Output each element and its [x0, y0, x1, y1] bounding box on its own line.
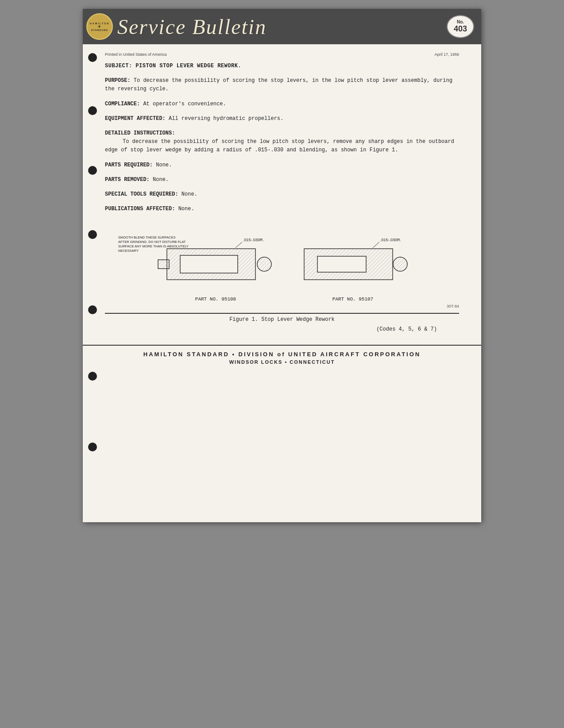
divider-line — [105, 313, 459, 314]
detailed-instructions-label: DETAILED INSTRUCTIONS: — [105, 129, 459, 138]
subject-section: SUBJECT: PISTON STOP LEVER WEDGE REWORK. — [105, 62, 459, 70]
bulletin-number-box: No. 403 — [447, 15, 474, 38]
purpose-text: To decrease the possibility of scoring t… — [105, 77, 452, 92]
svg-point-10 — [393, 257, 407, 271]
compliance-text: At operator's convenience. — [143, 101, 226, 107]
hamilton-standard-logo: HAMILTON ✈ STANDARD — [86, 13, 113, 40]
document-page: HAMILTON ✈ STANDARD Service Bulletin No.… — [83, 9, 481, 522]
service-bulletin-title: Service Bulletin — [117, 15, 267, 39]
annotation-line1: SMOOTH BLEND THESE SURFACES — [118, 235, 196, 240]
equipment-label: EQUIPMENT AFFECTED: — [105, 116, 166, 122]
svg-text:.015-.030R.: .015-.030R. — [243, 238, 264, 242]
annotation-line4: NECESSARY — [118, 249, 196, 253]
part-95108-label: PART NO. 95108 — [195, 297, 236, 302]
annotation-line2: AFTER GRINDING. DO NOT DISTURB FLAT — [118, 240, 196, 244]
special-tools-label: SPECIAL TOOLS REQUIRED: — [105, 191, 178, 197]
no-label: No. — [454, 19, 467, 24]
annotation-line3: SURFACE ANY MORE THAN IS ABSOLUTELY — [118, 244, 196, 249]
bullet-dot-7 — [88, 443, 97, 451]
svg-line-5 — [236, 242, 242, 248]
annotation-text: SMOOTH BLEND THESE SURFACES AFTER GRINDI… — [118, 235, 196, 253]
svg-text:.015-.030R.: .015-.030R. — [380, 238, 401, 242]
logo-icon: ✈ — [98, 25, 101, 29]
special-tools-section: SPECIAL TOOLS REQUIRED: None. — [105, 190, 459, 199]
part-95107-diagram: .015-.030R. PART NO. 95107 — [295, 235, 410, 302]
parts-required-text: None. — [156, 162, 172, 168]
svg-rect-2 — [180, 255, 238, 273]
document-content: Printed in United States of America Apri… — [83, 44, 481, 345]
footer-sub-text: WINDSOR LOCKS • CONNECTICUT — [105, 359, 459, 365]
parts-removed-label: PARTS REMOVED: — [105, 177, 150, 183]
purpose-label: PURPOSE: — [105, 77, 131, 84]
figure-container: SMOOTH BLEND THESE SURFACES AFTER GRINDI… — [105, 235, 459, 302]
page-stamp: 30T-84 — [105, 304, 459, 308]
subject-label: SUBJECT: — [105, 63, 132, 69]
part-95107-label: PART NO. 95107 — [332, 297, 373, 302]
equipment-text: All reversing hydromatic propellers. — [169, 116, 283, 122]
footer: HAMILTON STANDARD • DIVISION of UNITED A… — [83, 345, 481, 368]
bulletin-number: 403 — [454, 24, 467, 34]
publications-text: None. — [178, 206, 194, 212]
parts-required-section: PARTS REQUIRED: None. — [105, 161, 459, 169]
parts-removed-text: None. — [153, 177, 169, 183]
detailed-instructions-section: DETAILED INSTRUCTIONS: To decrease the p… — [105, 129, 459, 155]
equipment-section: EQUIPMENT AFFECTED: All reversing hydrom… — [105, 115, 459, 123]
purpose-section: PURPOSE: To decrease the possibility of … — [105, 77, 459, 93]
publications-section: PUBLICATIONS AFFECTED: None. — [105, 205, 459, 213]
svg-marker-3 — [158, 260, 169, 269]
figure-caption: Figure 1. Stop Lever Wedge Rework — [105, 316, 459, 323]
footer-main-text: HAMILTON STANDARD • DIVISION of UNITED A… — [105, 351, 459, 358]
header-banner: HAMILTON ✈ STANDARD Service Bulletin No.… — [83, 9, 481, 44]
publications-label: PUBLICATIONS AFFECTED: — [105, 206, 175, 212]
printed-in-text: Printed in United States of America — [105, 52, 167, 57]
subject-text: PISTON STOP LEVER WEDGE REWORK. — [135, 63, 241, 69]
detailed-instructions-text: To decrease the possibility of scoring t… — [105, 138, 459, 154]
svg-rect-9 — [317, 256, 366, 272]
header-left: HAMILTON ✈ STANDARD Service Bulletin — [86, 13, 267, 40]
svg-line-11 — [373, 242, 379, 248]
parts-required-label: PARTS REQUIRED: — [105, 162, 153, 168]
date-text: April 17, 1956 — [434, 52, 459, 57]
compliance-section: COMPLIANCE: At operator's convenience. — [105, 100, 459, 108]
parts-removed-section: PARTS REMOVED: None. — [105, 176, 459, 184]
codes-line: (Codes 4, 5, 6 & 7) — [105, 326, 459, 332]
part-95107-svg: .015-.030R. — [295, 235, 410, 293]
printed-line: Printed in United States of America Apri… — [105, 52, 459, 57]
logo-bottom-text: STANDARD — [91, 29, 108, 31]
svg-point-4 — [257, 257, 271, 271]
special-tools-text: None. — [182, 191, 197, 197]
bullet-dot-6 — [88, 372, 97, 381]
compliance-label: COMPLIANCE: — [105, 101, 140, 107]
